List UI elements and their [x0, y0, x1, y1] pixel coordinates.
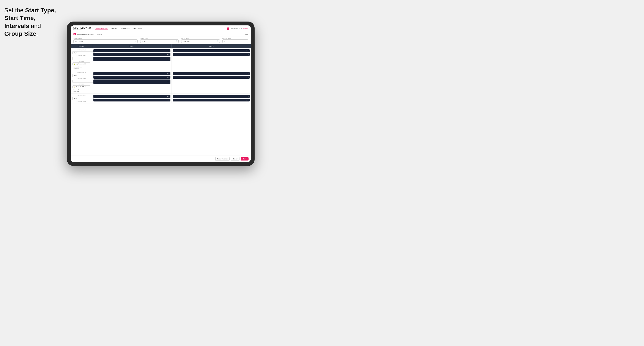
nav-right: blair@clippd.io | Sign out: [227, 27, 248, 30]
navbar: SCOREBOARD Powered by clipp TOURNAMENTS …: [71, 25, 251, 32]
start-time-field: Start Time 10:00 🕐: [140, 38, 179, 43]
player-close-icon[interactable]: ✕ ○: [246, 50, 248, 51]
team1-col-3: ✕ ○ ✕ ○: [92, 94, 172, 103]
starting-hole-input-2[interactable]: [72, 80, 94, 83]
player-close-icon[interactable]: ✕ ○: [246, 76, 248, 78]
th-team1: Team 1: [92, 44, 172, 48]
group-row-3: STARTING TIME: ⏱ STARTING HOLE: ✕ ○ ✕ ○: [71, 94, 251, 103]
clock-icon-2: 🕐: [217, 40, 218, 42]
player-row: ✕ ○: [173, 49, 250, 52]
start-time-select[interactable]: 10:00 🕐: [140, 39, 179, 43]
team1-col-2: ✕ ○ ✕ ○ ✕ ○: [92, 71, 172, 94]
player-close-icon[interactable]: ✕ ○: [167, 58, 169, 60]
remove-group-link-2[interactable]: ○ Remove Group: [72, 89, 90, 90]
player-row: ✕ ○: [94, 99, 170, 101]
nav-tab-tournaments[interactable]: TOURNAMENTS: [95, 27, 108, 30]
starting-hole-label-3: STARTING HOLE:: [72, 101, 90, 102]
course-remove-icon-2[interactable]: ✕: [84, 86, 86, 87]
group-left-1: STARTING TIME: ⏱ STARTING HOLE: ▲ ▼ COUR…: [71, 48, 92, 71]
logo-sub: Powered by clipp: [73, 29, 91, 30]
tablet-screen: SCOREBOARD Powered by clipp TOURNAMENTS …: [71, 25, 251, 162]
course-label-1: COURSE:: [72, 61, 90, 62]
player-row: ✕ ○: [94, 95, 170, 98]
player-row: ✕ ○: [173, 53, 250, 56]
config-row: Start Type 1st Tee Start ⌄ Start Time 10…: [71, 36, 251, 44]
pipe-separator: |: [241, 28, 242, 29]
intervals-select[interactable]: 10 Minutes 🕐: [181, 39, 220, 43]
player-close-icon[interactable]: ✕ ○: [246, 54, 248, 55]
starting-hole-input-row-2: ▲ ▼: [72, 80, 90, 83]
th-team2: Team 2: [172, 44, 251, 48]
start-type-arrow-icon: ⌄: [135, 40, 136, 42]
course-tag-1: ⛳ (A) Peachtree GC ✕: [72, 62, 90, 65]
start-time-value: 10:00: [142, 40, 146, 42]
player-row: ✕ ○: [94, 72, 170, 75]
group-size-field: Group Size 3 ⌄: [222, 38, 248, 43]
group-size-value: 3: [224, 40, 225, 42]
player-close-icon[interactable]: ✕ ○: [167, 81, 169, 83]
starting-time-input-2[interactable]: [72, 74, 94, 77]
save-button[interactable]: Save: [241, 157, 248, 161]
team1-col-1: ✕ ○ ✕ ○ ✕ ○: [92, 48, 172, 71]
intervals-value: 10 Minutes: [183, 40, 190, 42]
course-icon-2: ⛳: [74, 86, 75, 87]
player-row: ✕ ○: [94, 49, 170, 52]
team2-col-2: ✕ ○ ✕ ○: [172, 71, 251, 94]
nav-tab-rankings[interactable]: RANKINGS: [133, 27, 142, 30]
group-size-arrow-icon: ⌄: [246, 40, 246, 42]
course-remove-icon-1[interactable]: ✕: [87, 63, 88, 65]
player-row: ✕ ○: [173, 99, 250, 101]
breadcrumb-bar: C Clippd Invitational (Men) › Hosting < …: [71, 32, 251, 36]
starting-time-input-3[interactable]: [72, 97, 94, 100]
nav-tab-teams[interactable]: TEAMS: [111, 27, 117, 30]
player-close-icon[interactable]: ✕ ○: [167, 96, 169, 97]
starting-hole-label-1: STARTING HOLE:: [72, 55, 90, 56]
starting-time-label-2: STARTING TIME:: [72, 72, 90, 73]
table-header: Tee Time Team 1 Team 2: [71, 44, 251, 48]
group-right-3: ✕ ○ ✕ ○ ✕ ○ ✕ ○: [92, 94, 251, 103]
breadcrumb-left: C Clippd Invitational (Men) › Hosting: [73, 33, 102, 35]
group-left-3: STARTING TIME: ⏱ STARTING HOLE:: [71, 94, 92, 103]
add-group-link-2[interactable]: + Add Group: [72, 91, 90, 92]
team2-col-1: ✕ ○ ✕ ○: [172, 48, 251, 71]
start-type-field: Start Type 1st Tee Start ⌄: [73, 38, 138, 43]
breadcrumb-section: Hosting: [97, 33, 102, 35]
action-links-2: ○ Remove Group + Add Group: [72, 89, 90, 92]
course-tag-2: ⛳ East Lake GC ✕: [72, 85, 90, 88]
sign-out-link[interactable]: Sign out: [243, 28, 248, 29]
starting-hole-input-1[interactable]: [72, 57, 94, 60]
starting-hole-input-row-1: ▲ ▼: [72, 57, 90, 60]
start-type-select[interactable]: 1st Tee Start ⌄: [73, 39, 138, 43]
group-row-2: STARTING TIME: ⏱ STARTING HOLE: ▲ ▼ COUR…: [71, 71, 251, 94]
player-close-icon[interactable]: ✕ ○: [167, 99, 169, 101]
starting-time-input-1[interactable]: [72, 51, 94, 54]
course-label-2: COURSE:: [72, 83, 90, 85]
group-size-label: Group Size: [222, 38, 248, 39]
start-type-value: 1st Tee Start: [75, 40, 83, 42]
intervals-label: Intervals: [181, 38, 220, 39]
player-row: ✕ ○: [173, 76, 250, 79]
logo-text: SCOREBOARD: [73, 27, 91, 29]
player-close-icon[interactable]: ✕ ○: [167, 50, 169, 51]
tournament-name[interactable]: Clippd Invitational (Men): [77, 33, 94, 35]
player-close-icon[interactable]: ✕ ○: [167, 76, 169, 78]
breadcrumb-separator: ›: [95, 33, 95, 35]
player-row: ✕ ○: [94, 53, 170, 56]
player-close-icon[interactable]: ✕ ○: [246, 73, 248, 74]
group-size-select[interactable]: 3 ⌄: [222, 39, 248, 43]
cancel-button[interactable]: Cancel: [231, 157, 240, 161]
player-close-icon[interactable]: ✕ ○: [246, 96, 248, 97]
player-close-icon[interactable]: ✕ ○: [167, 54, 169, 55]
remove-group-link-1[interactable]: ○ Remove Group: [72, 66, 90, 68]
player-close-icon[interactable]: ✕ ○: [246, 99, 248, 101]
nav-tab-committee[interactable]: COMMITTEE: [120, 27, 130, 30]
player-row: ✕ ○: [94, 76, 170, 79]
start-time-label: Start Time: [140, 38, 179, 39]
reset-button[interactable]: Reset Changes: [215, 157, 230, 161]
back-button[interactable]: < Back: [243, 33, 248, 35]
add-group-link-1[interactable]: + Add Group: [72, 68, 90, 69]
starting-time-label-1: STARTING TIME:: [72, 49, 90, 51]
player-close-icon[interactable]: ✕ ○: [167, 73, 169, 74]
brand-icon: C: [73, 33, 76, 35]
start-type-label: Start Type: [73, 38, 138, 39]
